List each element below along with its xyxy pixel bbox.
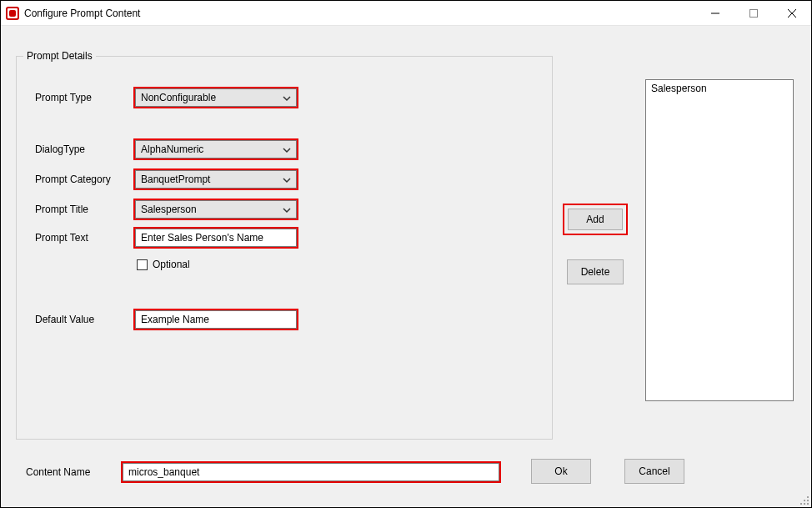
chevron-down-icon xyxy=(283,93,291,102)
chevron-down-icon xyxy=(283,175,291,184)
prompt-type-value: NonConfigurable xyxy=(141,92,216,103)
window-title: Configure Prompt Content xyxy=(24,8,140,19)
dialog-type-value: AlphaNumeric xyxy=(141,143,203,155)
window-controls xyxy=(696,1,811,25)
maximize-button[interactable] xyxy=(734,1,773,25)
optional-label: Optional xyxy=(153,259,190,270)
titlebar: Configure Prompt Content xyxy=(1,1,811,26)
content-name-label: Content Name xyxy=(26,466,123,478)
content-name-row: Content Name micros_banquet xyxy=(26,463,499,481)
chevron-down-icon xyxy=(283,205,291,214)
default-value-label: Default Value xyxy=(35,314,135,325)
prompt-type-combo[interactable]: NonConfigurable xyxy=(135,88,297,107)
svg-rect-3 xyxy=(750,9,758,17)
prompt-text-label: Prompt Text xyxy=(35,232,135,244)
prompt-details-group: Prompt Details Prompt Type NonConfigurab… xyxy=(16,56,553,440)
list-item[interactable]: Salesperson xyxy=(646,80,793,97)
resize-grip-icon[interactable] xyxy=(798,494,809,505)
default-value-value: Example Name xyxy=(141,314,209,325)
prompt-text-input[interactable]: Enter Sales Person's Name xyxy=(135,229,297,247)
minimize-button[interactable] xyxy=(696,1,734,25)
default-value-input[interactable]: Example Name xyxy=(135,310,297,329)
prompt-category-value: BanquetPrompt xyxy=(141,174,210,185)
prompt-category-label: Prompt Category xyxy=(35,174,135,185)
add-button-highlight: Add xyxy=(564,205,626,234)
svg-rect-1 xyxy=(9,10,16,17)
svg-point-10 xyxy=(804,503,805,505)
svg-point-6 xyxy=(807,496,809,498)
configure-prompt-window: Configure Prompt Content Prompt Details … xyxy=(0,0,812,508)
ok-button[interactable]: Ok xyxy=(531,459,591,484)
prompt-category-combo[interactable]: BanquetPrompt xyxy=(135,170,297,189)
svg-point-11 xyxy=(800,503,802,505)
prompt-type-label: Prompt Type xyxy=(35,92,135,103)
close-button[interactable] xyxy=(773,1,811,25)
prompt-title-label: Prompt Title xyxy=(35,204,135,215)
prompt-title-value: Salesperson xyxy=(141,204,197,215)
prompt-title-combo[interactable]: Salesperson xyxy=(135,200,297,219)
optional-checkbox[interactable] xyxy=(137,259,148,270)
add-button[interactable]: Add xyxy=(568,209,623,230)
dialog-type-label: DialogType xyxy=(35,143,135,155)
cancel-button[interactable]: Cancel xyxy=(624,459,684,484)
app-icon xyxy=(6,7,19,20)
delete-button[interactable]: Delete xyxy=(567,259,624,284)
dialog-type-combo[interactable]: AlphaNumeric xyxy=(135,140,297,158)
group-legend: Prompt Details xyxy=(23,50,96,62)
svg-point-7 xyxy=(807,500,809,501)
content-name-value: micros_banquet xyxy=(128,466,199,478)
svg-point-9 xyxy=(807,503,809,505)
content-name-input[interactable]: micros_banquet xyxy=(123,463,499,481)
prompts-listbox[interactable]: Salesperson xyxy=(645,79,794,401)
svg-point-8 xyxy=(804,500,805,501)
chevron-down-icon xyxy=(283,145,291,153)
prompt-text-value: Enter Sales Person's Name xyxy=(141,232,263,244)
client-area: Prompt Details Prompt Type NonConfigurab… xyxy=(1,26,811,507)
